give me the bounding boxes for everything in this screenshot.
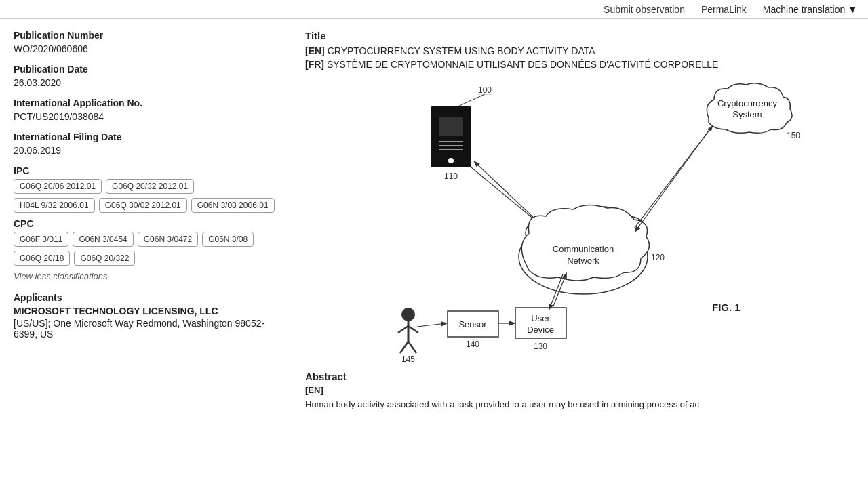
cpc-label: CPC	[14, 218, 278, 229]
abstract-text: Human body activity associated with a ta…	[305, 398, 854, 411]
svg-text:Communication: Communication	[553, 244, 614, 254]
pub-date-value: 26.03.2020	[14, 77, 278, 88]
applicants-address: [US/US]; One Microsoft Way Redmond, Wash…	[14, 318, 278, 340]
intl-app-value: PCT/US2019/038084	[14, 111, 278, 122]
abstract-section: Abstract [EN] Human body activity associ…	[305, 371, 854, 411]
cpc-tags-container: G06F 3/011G06N 3/0454G06N 3/0472G06N 3/0…	[14, 232, 278, 266]
abstract-label: Abstract	[305, 371, 854, 382]
svg-line-9	[471, 167, 542, 226]
svg-line-29	[400, 342, 408, 353]
svg-text:Cryptocurrency: Cryptocurrency	[717, 98, 778, 108]
title-fr-text: SYSTÈME DE CRYPTOMONNAIE UTILISANT DES D…	[327, 59, 719, 70]
permalink-link[interactable]: PermaLink	[701, 4, 747, 15]
svg-line-1	[458, 94, 485, 106]
abstract-en-prefix: [EN]	[305, 385, 323, 395]
svg-line-39	[417, 323, 446, 327]
dropdown-arrow-icon: ▼	[848, 4, 857, 15]
title-fr: [FR] SYSTÈME DE CRYPTOMONNAIE UTILISANT …	[305, 59, 854, 70]
svg-line-10	[475, 162, 536, 220]
cpc-tag[interactable]: G06F 3/011	[14, 232, 68, 247]
svg-line-27	[398, 326, 408, 333]
patent-diagram: 100 110	[305, 81, 854, 365]
abstract-en: [EN]	[305, 385, 854, 395]
pub-number-label: Publication Number	[14, 30, 278, 41]
svg-rect-3	[439, 117, 463, 136]
svg-text:110: 110	[444, 171, 458, 181]
title-en-text: CRYPTOCURRENCY SYSTEM USING BODY ACTIVIT…	[328, 45, 595, 56]
machine-translation-label: Machine translation	[763, 4, 845, 15]
svg-text:FIG. 1: FIG. 1	[712, 302, 741, 313]
cpc-tag[interactable]: G06Q 20/322	[74, 251, 135, 266]
svg-text:User: User	[531, 313, 550, 323]
svg-text:140: 140	[466, 340, 479, 349]
pub-date-label: Publication Date	[14, 64, 278, 75]
cpc-tag[interactable]: G06Q 20/18	[14, 251, 70, 266]
svg-text:120: 120	[651, 253, 665, 262]
ipc-tag[interactable]: G06N 3/08 2006.01	[191, 198, 275, 213]
svg-text:System: System	[732, 109, 762, 119]
svg-text:Network: Network	[567, 256, 599, 266]
ipc-tags-container: G06Q 20/06 2012.01G06Q 20/32 2012.01H04L…	[14, 179, 278, 213]
title-label: Title	[305, 30, 854, 41]
cpc-tag[interactable]: G06N 3/08	[202, 232, 254, 247]
intl-app-label: International Application No.	[14, 98, 278, 108]
ipc-tag[interactable]: G06Q 30/02 2012.01	[99, 198, 187, 213]
svg-text:150: 150	[787, 131, 800, 140]
right-panel: Title [EN] CRYPTOCURRENCY SYSTEM USING B…	[292, 19, 868, 488]
submit-observation-link[interactable]: Submit observation	[604, 4, 685, 15]
main-content: Publication Number WO/2020/060606 Public…	[0, 19, 868, 488]
cpc-tag[interactable]: G06N 3/0472	[138, 232, 198, 247]
svg-point-7	[448, 158, 454, 163]
diagram-svg: 100 110	[305, 81, 854, 365]
svg-text:100: 100	[478, 85, 492, 95]
title-en: [EN] CRYPTOCURRENCY SYSTEM USING BODY AC…	[305, 45, 854, 56]
ipc-label: IPC	[14, 165, 278, 176]
ipc-tag[interactable]: G06Q 20/32 2012.01	[106, 179, 194, 194]
svg-point-25	[401, 308, 415, 321]
svg-text:Sensor: Sensor	[458, 319, 487, 329]
svg-text:130: 130	[534, 342, 547, 351]
cpc-tag[interactable]: G06N 3/0454	[73, 232, 133, 247]
svg-line-24	[635, 131, 709, 231]
left-panel: Publication Number WO/2020/060606 Public…	[0, 19, 292, 488]
ipc-tag[interactable]: H04L 9/32 2006.01	[14, 198, 95, 213]
title-fr-prefix: [FR]	[305, 59, 324, 70]
machine-translation-btn[interactable]: Machine translation ▼	[763, 4, 857, 15]
svg-text:145: 145	[401, 354, 415, 364]
ipc-tag[interactable]: G06Q 20/06 2012.01	[14, 179, 102, 194]
svg-line-30	[408, 342, 416, 353]
view-less-classifications[interactable]: View less classifications	[14, 271, 278, 281]
svg-text:Device: Device	[527, 325, 554, 335]
title-en-prefix: [EN]	[305, 45, 325, 56]
svg-line-28	[408, 326, 418, 333]
pub-number-value: WO/2020/060606	[14, 43, 278, 54]
applicants-name: MICROSOFT TECHNOLOGY LICENSING, LLC	[14, 306, 278, 317]
applicants-label: Applicants	[14, 292, 278, 303]
intl-filing-value: 20.06.2019	[14, 145, 278, 156]
intl-filing-label: International Filing Date	[14, 131, 278, 142]
top-bar: Submit observation PermaLink Machine tra…	[0, 0, 868, 19]
